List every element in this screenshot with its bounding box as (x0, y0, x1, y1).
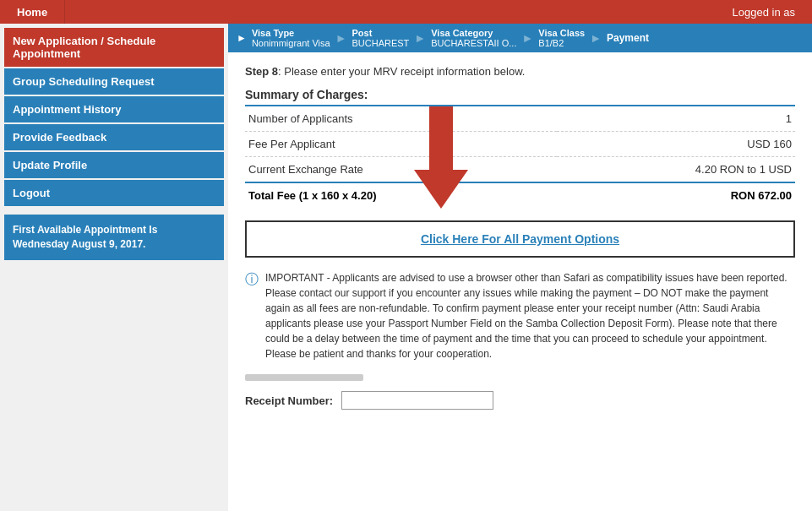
charge-row-fee: Fee Per Applicant USD 160 (245, 132, 795, 157)
step-visa-type-label: Visa Type (252, 28, 330, 38)
first-available-appointment: First Available Appointment Is Wednesday… (4, 215, 224, 260)
charge-label-exchange: Current Exchange Rate (245, 157, 557, 183)
step-visa-class-value: B1/B2 (538, 38, 585, 48)
total-row: Total Fee (1 x 160 x 4.20) RON 672.00 (245, 182, 795, 208)
charge-value-applicants: 1 (557, 106, 795, 132)
home-button[interactable]: Home (0, 0, 65, 24)
step-post-label: Post (352, 28, 409, 38)
total-label: Total Fee (1 x 160 x 4.20) (245, 182, 557, 208)
layout: New Application / Schedule Appointment G… (0, 24, 812, 511)
charge-row-applicants: Number of Applicants 1 (245, 106, 795, 132)
charge-label-fee: Fee Per Applicant (245, 132, 557, 157)
receipt-number-input[interactable] (341, 391, 493, 410)
charge-value-exchange: 4.20 RON to 1 USD (557, 157, 795, 183)
progress-step-post: Post BUCHAREST (352, 28, 409, 48)
info-icon: ⓘ (245, 271, 259, 362)
arrow-2: ► (414, 31, 426, 45)
content-area: Step 8: Please enter your MRV receipt in… (228, 52, 812, 431)
arrow-1: ► (335, 31, 347, 45)
sidebar-item-provide-feedback[interactable]: Provide Feedback (4, 124, 224, 150)
charge-row-exchange: Current Exchange Rate 4.20 RON to 1 USD (245, 157, 795, 183)
step-visa-type-value: Nonimmigrant Visa (252, 38, 330, 48)
progress-step-visa-class: Visa Class B1/B2 (538, 28, 585, 48)
payment-link[interactable]: Click Here For All Payment Options (421, 232, 619, 246)
sidebar: New Application / Schedule Appointment G… (0, 24, 228, 511)
step-visa-category-label: Visa Category (431, 28, 516, 38)
progress-step-visa-type: Visa Type Nonimmigrant Visa (252, 28, 330, 48)
progress-step-payment: Payment (607, 32, 649, 44)
main-content: ► Visa Type Nonimmigrant Visa ► Post BUC… (228, 24, 812, 511)
payment-link-box[interactable]: Click Here For All Payment Options (245, 220, 795, 258)
step-label: Step 8 (245, 65, 278, 78)
step-post-value: BUCHAREST (352, 38, 409, 48)
charge-label-applicants: Number of Applicants (245, 106, 557, 132)
info-text: IMPORTANT - Applicants are advised to us… (265, 270, 795, 362)
summary-title: Summary of Charges: (245, 88, 795, 106)
step-instruction: Step 8: Please enter your MRV receipt in… (245, 65, 795, 78)
progress-bar: ► Visa Type Nonimmigrant Visa ► Post BUC… (228, 24, 812, 52)
info-box: ⓘ IMPORTANT - Applicants are advised to … (245, 270, 795, 362)
sidebar-item-logout[interactable]: Logout (4, 180, 224, 206)
total-value: RON 672.00 (557, 182, 795, 208)
sidebar-item-update-profile[interactable]: Update Profile (4, 152, 224, 178)
charges-table: Number of Applicants 1 Fee Per Applicant… (245, 106, 795, 208)
step-instruction-text: : Please enter your MRV receipt informat… (278, 65, 525, 78)
header: Home Logged in as (0, 0, 812, 24)
charge-value-fee: USD 160 (557, 132, 795, 157)
arrow-4: ► (590, 31, 602, 45)
arrow-3: ► (521, 31, 533, 45)
receipt-row: Receipt Number: (245, 391, 795, 410)
logged-in-label: Logged in as (716, 6, 812, 19)
receipt-section: Receipt Number: (245, 374, 795, 418)
sidebar-item-new-application[interactable]: New Application / Schedule Appointment (4, 28, 224, 67)
receipt-progress-bar (245, 374, 363, 381)
step-visa-category-value: BUCHARESTAII O... (431, 38, 516, 48)
sidebar-item-group-scheduling[interactable]: Group Scheduling Request (4, 68, 224, 95)
progress-step-visa-category: Visa Category BUCHARESTAII O... (431, 28, 516, 48)
sidebar-item-appointment-history[interactable]: Appointment History (4, 96, 224, 122)
step-visa-class-label: Visa Class (538, 28, 585, 38)
receipt-label: Receipt Number: (245, 394, 333, 407)
progress-chevron: ► (237, 32, 247, 44)
